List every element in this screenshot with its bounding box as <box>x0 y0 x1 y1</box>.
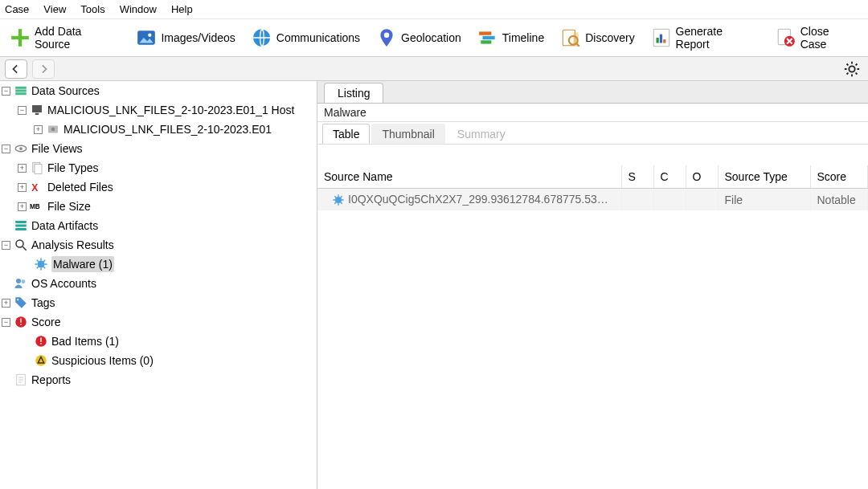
menu-window[interactable]: Window <box>120 3 157 15</box>
settings-button[interactable] <box>841 59 863 79</box>
plus-icon <box>10 27 31 48</box>
menu-bar: Case View Tools Window Help <box>0 0 868 19</box>
magnifier-icon <box>14 238 28 252</box>
communications-label: Communications <box>276 31 360 44</box>
tree-image[interactable]: + MALICIOUS_LNK_FILES_2-10-2023.E01 <box>32 120 317 139</box>
col-source-type[interactable]: Source Type <box>718 165 810 189</box>
svg-rect-30 <box>35 165 42 174</box>
tree-data-artifacts[interactable]: Data Artifacts <box>0 216 317 235</box>
menu-help[interactable]: Help <box>171 3 193 15</box>
close-case-icon <box>776 27 796 48</box>
warning-triangle-icon <box>34 353 48 368</box>
collapse-icon[interactable]: − <box>2 241 10 250</box>
tree-label: Bad Items (1) <box>51 333 119 349</box>
tree-label: Data Sources <box>31 83 100 99</box>
geolocation-button[interactable]: Geolocation <box>371 25 466 51</box>
tree-deleted-files[interactable]: + X Deleted Files <box>16 177 317 197</box>
add-data-source-button[interactable]: Add Data Source <box>5 22 125 53</box>
expand-icon[interactable]: + <box>18 164 27 173</box>
images-videos-button[interactable]: Images/Videos <box>131 25 240 51</box>
tab-thumbnail[interactable]: Thumbnail <box>371 124 444 144</box>
menu-case[interactable]: Case <box>5 3 29 15</box>
report-chart-icon <box>651 27 672 48</box>
tree-file-views[interactable]: − File Views <box>0 139 317 158</box>
artifacts-icon <box>14 218 28 233</box>
discovery-button[interactable]: Discovery <box>555 25 639 51</box>
svg-rect-8 <box>481 40 491 43</box>
tree-host[interactable]: − MALICIOUS_LNK_FILES_2-10-2023.E01_1 Ho… <box>16 100 317 120</box>
svg-point-39 <box>16 279 21 283</box>
tree-reports[interactable]: Reports <box>0 370 317 389</box>
tree-os-accounts[interactable]: OS Accounts <box>0 274 317 293</box>
svg-rect-23 <box>32 105 42 112</box>
col-source-name[interactable]: Source Name <box>317 165 621 189</box>
tree-suspicious-items[interactable]: Suspicious Items (0) <box>32 351 317 370</box>
arrow-right-icon <box>38 63 49 75</box>
images-videos-label: Images/Videos <box>161 31 235 44</box>
tree-label: Tags <box>31 295 55 311</box>
cell-s <box>621 189 653 211</box>
svg-point-3 <box>149 34 152 37</box>
svg-point-26 <box>51 128 55 132</box>
tree-label: File Views <box>31 141 83 157</box>
svg-line-37 <box>23 247 27 251</box>
menu-view[interactable]: View <box>43 3 66 15</box>
svg-text:X: X <box>31 182 38 194</box>
cell-o <box>686 189 718 211</box>
results-table: Source Name S C O Source Type Score I0QX… <box>317 165 868 210</box>
svg-rect-16 <box>663 39 665 43</box>
expand-icon[interactable]: + <box>34 125 43 134</box>
forward-button[interactable] <box>32 59 55 79</box>
expand-icon[interactable]: + <box>18 202 27 211</box>
col-c[interactable]: C <box>653 165 686 189</box>
tree-malware[interactable]: Malware (1) <box>32 255 317 274</box>
timeline-label: Timeline <box>502 31 544 44</box>
generate-report-button[interactable]: Generate Report <box>646 22 764 53</box>
table-header-row: Source Name S C O Source Type Score <box>317 165 868 189</box>
generate-report-label: Generate Report <box>676 25 760 51</box>
tree-label: File Size <box>47 198 91 214</box>
col-o[interactable]: O <box>686 165 718 189</box>
content-panel: Listing Malware Table Thumbnail Summary … <box>317 81 868 489</box>
menu-tools[interactable]: Tools <box>80 3 104 15</box>
tab-table[interactable]: Table <box>322 124 370 144</box>
tree-score[interactable]: − Score <box>0 312 317 332</box>
file-types-icon <box>30 161 44 175</box>
close-case-button[interactable]: Close Case <box>771 22 863 53</box>
col-s[interactable]: S <box>621 165 653 189</box>
disk-image-icon <box>46 122 60 137</box>
collapse-icon[interactable]: − <box>18 106 27 115</box>
reports-icon <box>14 373 28 387</box>
expand-icon[interactable]: + <box>2 299 10 308</box>
tag-icon <box>14 295 28 310</box>
svg-rect-20 <box>15 87 27 89</box>
tree-tags[interactable]: + Tags <box>0 293 317 312</box>
svg-rect-15 <box>659 35 661 43</box>
col-score[interactable]: Score <box>810 165 868 189</box>
tree-label: Score <box>31 314 61 330</box>
listing-tab[interactable]: Listing <box>324 83 383 103</box>
cell-source-type: File <box>718 189 810 211</box>
svg-rect-35 <box>15 228 27 230</box>
listing-tabstrip: Listing <box>317 81 868 104</box>
tree-panel: − Data Sources − MALICIOUS_LNK_FILES_2-1… <box>0 81 317 489</box>
table-row[interactable]: I0QXQuQCig5ChX2X7_299.93612784.678775.53… <box>317 189 868 211</box>
geolocation-pin-icon <box>376 27 397 48</box>
timeline-button[interactable]: Timeline <box>473 25 549 51</box>
collapse-icon[interactable]: − <box>2 87 10 96</box>
collapse-icon[interactable]: − <box>2 318 10 327</box>
collapse-icon[interactable]: − <box>2 145 10 153</box>
tree-file-size[interactable]: + MB File Size <box>16 197 317 216</box>
expand-icon[interactable]: + <box>18 183 27 192</box>
svg-point-41 <box>17 299 18 300</box>
back-button[interactable] <box>5 59 27 79</box>
communications-button[interactable]: Communications <box>247 25 365 51</box>
svg-rect-46 <box>40 338 42 342</box>
tree-analysis-results[interactable]: − Analysis Results <box>0 235 317 255</box>
svg-rect-6 <box>479 31 491 35</box>
tree-data-sources[interactable]: − Data Sources <box>0 81 317 100</box>
tree-file-types[interactable]: + File Types <box>16 158 317 177</box>
svg-rect-1 <box>11 36 29 39</box>
tree-bad-items[interactable]: Bad Items (1) <box>32 332 317 351</box>
svg-point-5 <box>384 33 390 39</box>
